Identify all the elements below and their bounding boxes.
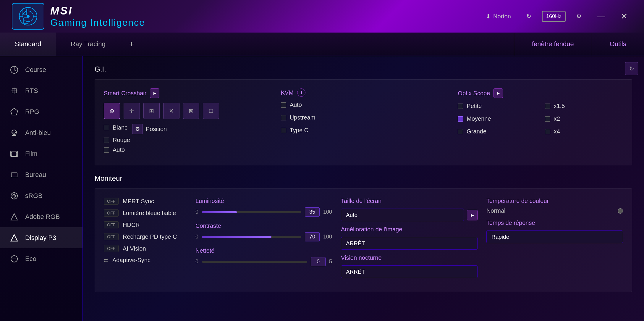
nettete-row: 0 0 5 — [195, 257, 332, 266]
crosshair-icon-4[interactable]: ✕ — [163, 103, 179, 119]
grande-radio[interactable] — [458, 129, 463, 134]
svg-rect-21 — [16, 154, 18, 156]
svg-rect-19 — [11, 154, 12, 156]
temps-reponse-select[interactable]: Rapide Normal Lent — [486, 230, 623, 243]
sidebar-item-rpg[interactable]: RPG — [0, 101, 82, 122]
sidebar-item-course[interactable]: Course — [0, 59, 82, 80]
contraste-value[interactable]: 70 — [305, 232, 320, 241]
tab-fenetre-fendue[interactable]: fenêtre fendue — [514, 33, 592, 56]
sidebar-item-bureau[interactable]: Bureau — [0, 164, 82, 185]
vision-nocturne-dropdown-row: ARRÊT Activé — [341, 265, 478, 278]
blanc-option[interactable]: Blanc — [104, 124, 127, 131]
refresh-button[interactable]: ↻ — [625, 62, 638, 75]
x2-radio[interactable] — [545, 116, 550, 122]
lumiere-toggle[interactable]: OFF Lumière bleue faible — [104, 209, 187, 217]
ai-vision-toggle[interactable]: OFF AI Vision — [104, 245, 187, 252]
optix-play-button[interactable]: ▶ — [493, 88, 503, 98]
blanc-radio[interactable] — [104, 125, 109, 130]
contraste-track[interactable] — [202, 236, 301, 238]
kvm-col: KVM ℹ Auto Upstream — [281, 88, 446, 156]
recharge-toggle[interactable]: OFF Recharge PD type C — [104, 233, 187, 240]
eco-icon — [9, 254, 19, 264]
monitor-section: OFF MPRT Sync OFF Lumière bleue faible O… — [95, 188, 632, 292]
close-button[interactable]: ✕ — [616, 9, 632, 24]
sidebar-item-rts[interactable]: RTS — [0, 80, 82, 101]
gi-section-title: G.I. — [95, 65, 632, 73]
optix-moyenne[interactable]: Moyenne — [458, 115, 536, 122]
settings-button[interactable]: ⚙ — [572, 10, 586, 22]
moyenne-radio[interactable] — [458, 116, 463, 122]
luminosite-track[interactable] — [202, 211, 301, 213]
vision-nocturne-label: Vision nocturne — [341, 254, 478, 261]
crosshair-icon-5[interactable]: ⊠ — [183, 103, 199, 119]
taille-play-button[interactable]: ▶ — [467, 210, 478, 220]
tab-outils[interactable]: Outils — [592, 33, 644, 56]
kvm-auto[interactable]: Auto — [281, 101, 446, 108]
vision-nocturne-select[interactable]: ARRÊT Activé — [341, 265, 478, 278]
smart-crosshair-title: Smart Crosshair ▶ — [104, 88, 269, 98]
sidebar-item-display-p3[interactable]: Display P3 — [0, 227, 82, 248]
gi-grid: Smart Crosshair ▶ ⊕ ✛ ⊞ ✕ ⊠ □ — [104, 88, 623, 156]
auto-radio[interactable] — [104, 147, 109, 153]
adaptive-sync-toggle[interactable]: ⇄ Adaptive-Sync — [104, 257, 187, 264]
crosshair-icon-1[interactable]: ⊕ — [104, 103, 120, 119]
contraste-label: Contraste — [195, 222, 332, 229]
optix-x1-5[interactable]: x1.5 — [545, 103, 623, 109]
tab-add-button[interactable]: + — [120, 33, 143, 56]
sidebar-item-srgb[interactable]: sRGB — [0, 185, 82, 206]
taille-select[interactable]: Auto Petit Moyen Grand — [341, 209, 464, 221]
srgb-icon — [9, 191, 19, 201]
sidebar-item-eco[interactable]: Eco — [0, 248, 82, 269]
nettete-value[interactable]: 0 — [311, 257, 326, 266]
kvm-type-c[interactable]: Type C — [281, 127, 446, 134]
kvm-upstream-radio[interactable] — [281, 115, 286, 120]
adobe-rgb-icon — [9, 212, 19, 222]
optix-x4[interactable]: x4 — [545, 128, 623, 135]
crosshair-icon-3[interactable]: ⊞ — [143, 103, 160, 119]
sidebar-item-film[interactable]: Film — [0, 143, 82, 164]
auto-option[interactable]: Auto — [104, 146, 269, 153]
mprt-toggle[interactable]: OFF MPRT Sync — [104, 198, 187, 205]
x1-5-radio[interactable] — [545, 104, 550, 109]
rouge-radio[interactable] — [104, 138, 109, 143]
x4-radio[interactable] — [545, 129, 550, 134]
course-icon — [9, 64, 19, 75]
crosshair-icon-2[interactable]: ✛ — [124, 103, 140, 119]
toggle-col: OFF MPRT Sync OFF Lumière bleue faible O… — [104, 198, 187, 283]
kvm-upstream[interactable]: Upstream — [281, 114, 446, 121]
monitor-grid: OFF MPRT Sync OFF Lumière bleue faible O… — [104, 198, 623, 283]
luminosite-value[interactable]: 35 — [305, 207, 320, 217]
smart-crosshair-play-button[interactable]: ▶ — [150, 88, 159, 98]
contraste-fill — [202, 236, 271, 238]
petite-radio[interactable] — [458, 104, 463, 109]
sidebar-item-adobe-rgb[interactable]: Adobe RGB — [0, 206, 82, 227]
optix-petite[interactable]: Petite — [458, 103, 536, 109]
kvm-options: Auto Upstream Type C — [281, 101, 446, 137]
kvm-auto-radio[interactable] — [281, 102, 286, 108]
amelioration-select[interactable]: ARRÊT Activé — [341, 237, 478, 250]
kvm-type-c-radio[interactable] — [281, 128, 286, 133]
contraste-row: 0 70 100 — [195, 232, 332, 241]
tab-ray-tracing[interactable]: Ray Tracing — [56, 33, 120, 56]
norton-button[interactable]: ⬇ Norton — [481, 10, 516, 22]
position-button[interactable]: ⚙ Position — [132, 124, 167, 134]
sidebar-item-anti-bleu[interactable]: Anti-bleu — [0, 122, 82, 143]
logo-icon — [12, 3, 44, 30]
optix-col: Optix Scope ▶ Petite x1.5 — [458, 88, 623, 156]
crosshair-icon-6[interactable]: □ — [203, 103, 219, 119]
optix-x2[interactable]: x2 — [545, 115, 623, 122]
rouge-option[interactable]: Rouge — [104, 137, 269, 143]
optix-grande[interactable]: Grande — [458, 128, 536, 135]
hdcr-toggle[interactable]: OFF HDCR — [104, 221, 187, 228]
logo-msi: MSI — [50, 5, 145, 17]
position-gear-icon[interactable]: ⚙ — [132, 124, 143, 134]
hdcr-state: OFF — [104, 221, 119, 228]
minimize-button[interactable]: — — [592, 9, 610, 23]
tab-standard[interactable]: Standard — [0, 33, 56, 56]
tab-right-section: fenêtre fendue Outils — [514, 33, 644, 56]
screen-settings-col: Taille de l'écran Auto Petit Moyen Grand… — [341, 198, 478, 283]
kvm-info-button[interactable]: ℹ — [297, 88, 305, 97]
download-icon: ⬇ — [486, 13, 491, 20]
refresh-icon-btn[interactable]: ↻ — [522, 10, 536, 22]
nettete-track[interactable] — [202, 261, 307, 263]
